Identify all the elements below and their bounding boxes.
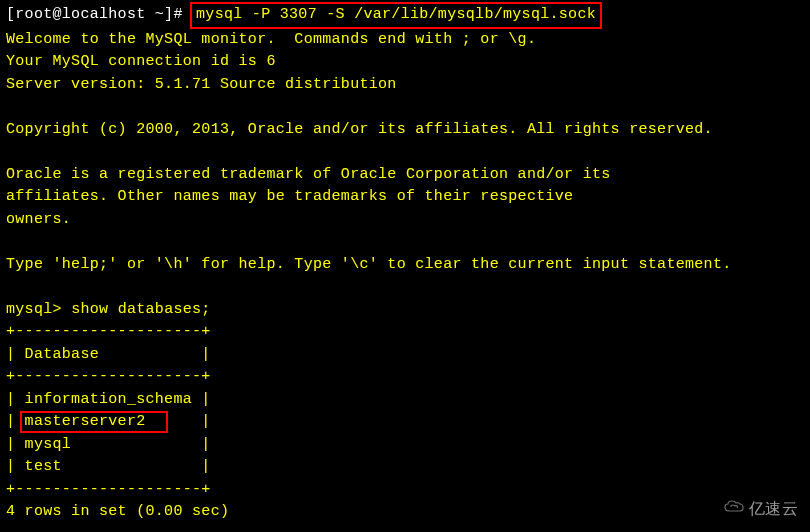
blank-line	[6, 276, 804, 299]
table-border-mid: +--------------------+	[6, 366, 804, 389]
result-line: 4 rows in set (0.00 sec)	[6, 501, 804, 524]
cloud-icon	[723, 495, 745, 522]
table-border-top: +--------------------+	[6, 321, 804, 344]
table-header: | Database |	[6, 344, 804, 367]
trademark-line-2: affiliates. Other names may be trademark…	[6, 186, 804, 209]
welcome-line-2: Your MySQL connection id is 6	[6, 51, 804, 74]
mysql-command-highlighted: mysql -P 3307 -S /var/lib/mysqlb/mysql.s…	[190, 2, 602, 29]
blank-line	[6, 231, 804, 254]
trademark-line-1: Oracle is a registered trademark of Orac…	[6, 164, 804, 187]
welcome-line-3: Server version: 5.1.71 Source distributi…	[6, 74, 804, 97]
mysql-prompt-line[interactable]: mysql> show databases;	[6, 299, 804, 322]
help-line: Type 'help;' or '\h' for help. Type '\c'…	[6, 254, 804, 277]
sql-query: show databases;	[71, 301, 211, 318]
table-row-text: | masterserver2 |	[6, 413, 211, 430]
blank-line	[6, 141, 804, 164]
table-row-highlighted: | masterserver2 |	[6, 411, 804, 434]
watermark: 亿速云	[723, 495, 798, 522]
table-border-bottom: +--------------------+	[6, 479, 804, 502]
table-row: | information_schema |	[6, 389, 804, 412]
trademark-line-3: owners.	[6, 209, 804, 232]
watermark-text: 亿速云	[749, 497, 798, 521]
welcome-line-1: Welcome to the MySQL monitor. Commands e…	[6, 29, 804, 52]
table-row: | test |	[6, 456, 804, 479]
shell-prompt-line: [root@localhost ~]# mysql -P 3307 -S /va…	[6, 2, 804, 29]
shell-prompt: [root@localhost ~]#	[6, 6, 192, 23]
copyright-line: Copyright (c) 2000, 2013, Oracle and/or …	[6, 119, 804, 142]
blank-line	[6, 96, 804, 119]
mysql-prompt: mysql>	[6, 301, 71, 318]
table-row: | mysql |	[6, 434, 804, 457]
